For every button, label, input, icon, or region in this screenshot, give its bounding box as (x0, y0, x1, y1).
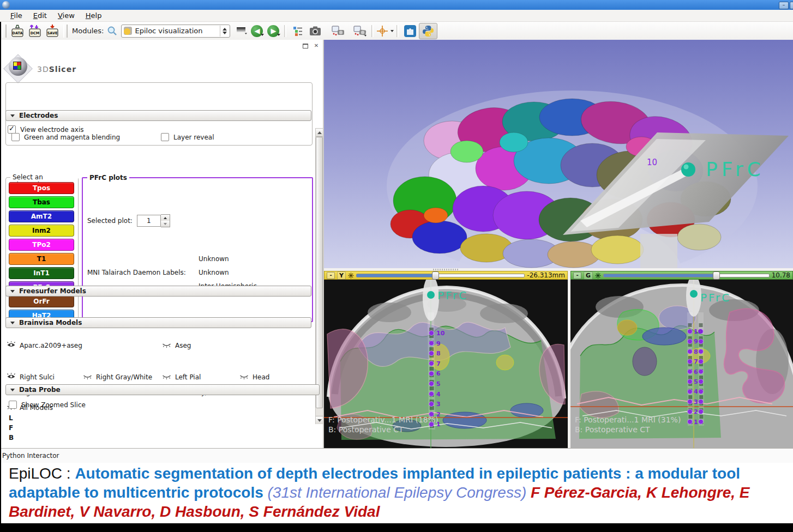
scroll-up-button[interactable] (316, 129, 323, 137)
electrode-button-list: TposTbasAmT2Inm2TPo2T1InT1PFrCOrFrHaT2 (9, 182, 74, 324)
load-data-button[interactable]: DATA (9, 23, 26, 39)
electrode-button-OrFr[interactable]: OrFr (9, 295, 74, 307)
screenshot-button[interactable] (307, 23, 324, 39)
svg-text:DCM: DCM (31, 31, 40, 35)
eye-closed-icon[interactable] (239, 373, 249, 382)
contact-number: 8 (436, 350, 441, 357)
module-selector-combobox[interactable]: Epiloc visualization (121, 25, 230, 38)
menu-edit[interactable]: Edit (28, 10, 52, 21)
green-bg-label: B: Postoperative CT (575, 425, 650, 434)
caption-segment-plain: EpiLOC : (9, 465, 75, 482)
splitter-grip[interactable] (433, 269, 459, 270)
yellow-collapse-button[interactable]: - (327, 272, 335, 279)
selected-plot-spinbox[interactable]: 1 (137, 214, 170, 227)
menu-help[interactable]: Help (81, 10, 107, 21)
main-toolbar: DATA DCM SAVE Modules: (0, 22, 793, 40)
view-electrode-axis-checkbox[interactable] (8, 125, 16, 134)
modules-label: Modules: (72, 27, 104, 35)
brainvisa-section-header[interactable]: Brainvisa Models (5, 317, 311, 328)
electrode-button-TPo2[interactable]: TPo2 (9, 239, 74, 251)
yellow-slider-handle[interactable] (432, 271, 439, 280)
freesurfer-section-title: Freesurfer Models (19, 287, 86, 295)
selected-plot-spin-arrows[interactable] (161, 214, 170, 227)
electrode-button-AmT2[interactable]: AmT2 (9, 210, 74, 222)
scene-view-capture-button[interactable] (329, 23, 347, 39)
scene-view-restore-icon (353, 26, 367, 37)
eye-closed-icon[interactable] (162, 373, 171, 382)
freesurfer-section-header[interactable]: Freesurfer Models (5, 286, 311, 297)
eye-closed-icon[interactable] (83, 373, 92, 382)
green-magenta-checkbox[interactable] (11, 133, 20, 141)
electrode-contact (688, 369, 693, 374)
yellow-slice-offset: -26.313mm (527, 271, 565, 279)
scrollbar-thumb[interactable] (316, 137, 323, 408)
toolbar-drag-handle[interactable] (2, 25, 7, 38)
electrode-button-T1[interactable]: T1 (9, 253, 74, 265)
module-hierarchy-button[interactable] (289, 23, 307, 39)
save-button[interactable]: SAVE (44, 23, 61, 39)
scene-view-restore-button[interactable] (351, 23, 369, 39)
collapse-arrow-icon (10, 322, 15, 324)
module-history-back-button[interactable]: ◀ (251, 25, 265, 37)
electrode-button-Tbas[interactable]: Tbas (9, 196, 74, 208)
green-slice-letter[interactable]: G (584, 271, 593, 280)
left-border (0, 22, 1, 523)
svg-text:DATA: DATA (13, 31, 23, 35)
electrode-contact (688, 419, 693, 424)
electrode-button-Tpos[interactable]: Tpos (9, 182, 74, 194)
slicer-window: – FileEditViewHelp DATA DCM (0, 0, 793, 532)
panel-float-button[interactable] (301, 42, 310, 50)
load-dicom-icon: DCM (28, 24, 42, 38)
eye-closed-icon[interactable] (162, 341, 171, 350)
green-fg-label: F: Postoperati...1 MRI (31%) (575, 415, 681, 424)
electrode-contact (688, 329, 693, 334)
electrode-label-slice-y: PFrC (437, 289, 468, 302)
menu-file[interactable]: File (5, 10, 27, 21)
contact-number: 8 (694, 348, 698, 355)
yellow-slice-slider[interactable] (356, 274, 525, 277)
threeD-view[interactable]: 10 PFrC (324, 40, 793, 268)
electrode-label-slice-g: PFrC (700, 291, 731, 304)
yellow-slice-pin-icon[interactable] (348, 273, 354, 279)
crosshair-button[interactable] (376, 25, 394, 37)
yellow-slice-letter[interactable]: Y (337, 271, 346, 280)
python-interactor-button[interactable] (419, 23, 437, 39)
probe-row-b: B (9, 433, 14, 443)
selected-plot-value[interactable]: 1 (137, 215, 161, 227)
eye-open-icon[interactable] (7, 373, 16, 382)
green-collapse-button[interactable]: - (573, 272, 581, 279)
search-icon[interactable] (107, 26, 118, 37)
green-magenta-label: Green and magenta blending (24, 134, 120, 141)
caption-segment-venue: (31st International Epilepsy Congress) (268, 484, 531, 501)
panel-close-button[interactable]: ✕ (312, 42, 321, 50)
green-slice-pin-icon[interactable] (595, 273, 601, 279)
electrodes-section-header[interactable]: Electrodes (5, 110, 311, 121)
screen-capture-options-button[interactable] (236, 26, 248, 36)
slicer-logo: 3DSlicer (4, 52, 223, 87)
contact-number: 3 (694, 398, 698, 406)
show-zoomed-slice-checkbox[interactable] (9, 401, 17, 409)
electrode-button-Inm2[interactable]: Inm2 (9, 225, 74, 237)
module-combo-spinner[interactable] (220, 26, 229, 37)
menu-view[interactable]: View (53, 10, 80, 21)
yellow-slice-view[interactable]: PFrC 10987654321 F: Postoperativ...1 MRI… (324, 280, 568, 448)
layer-reveal-checkbox[interactable] (161, 133, 169, 141)
electrode-contact (429, 361, 434, 366)
eye-open-icon[interactable] (7, 341, 16, 350)
minimize-button[interactable]: – (779, 2, 789, 9)
maximize-button[interactable] (790, 2, 793, 9)
data-probe-section-header[interactable]: Data Probe (5, 384, 320, 395)
electrode-button-InT1[interactable]: InT1 (9, 267, 74, 279)
green-slice-view[interactable]: PFrC 10987654321 F: Postoperati...1 MRI … (570, 280, 793, 448)
toolbar-drag-handle[interactable] (63, 25, 68, 38)
load-dicom-button[interactable]: DCM (26, 23, 44, 39)
extensions-manager-button[interactable] (401, 23, 419, 39)
contact-number: 6 (436, 370, 441, 377)
brainvisa-section-title: Brainvisa Models (19, 319, 82, 327)
green-slice-slider[interactable] (603, 274, 770, 277)
green-slice-offset: 10.78 (772, 271, 790, 279)
module-history-forward-button[interactable]: ▶ (267, 25, 281, 37)
green-slider-handle[interactable] (713, 271, 720, 280)
scroll-down-button[interactable] (316, 416, 323, 424)
panel-scrollbar[interactable] (315, 128, 323, 424)
